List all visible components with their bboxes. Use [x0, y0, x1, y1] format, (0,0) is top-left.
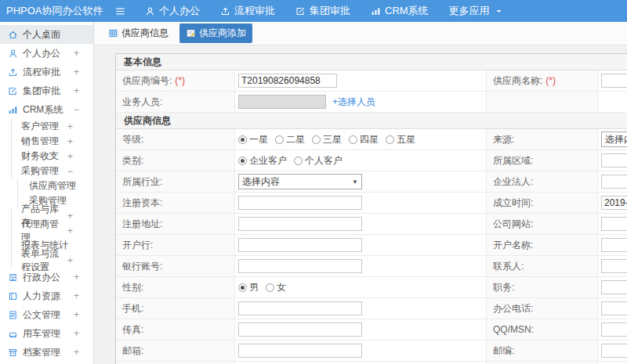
radio-icon[interactable]: [386, 135, 394, 144]
radio-label: 四星: [360, 133, 379, 146]
sidebar-item-3[interactable]: 集团审批+: [0, 81, 93, 100]
radio-icon[interactable]: [275, 135, 284, 144]
radio-option[interactable]: 女: [266, 281, 286, 294]
expand-plus-icon[interactable]: +: [74, 48, 79, 59]
collapse-minus-icon[interactable]: −: [67, 166, 73, 177]
book-icon: [8, 291, 18, 301]
collapse-minus-icon[interactable]: −: [74, 104, 79, 115]
sidebar-item-12[interactable]: 代理商管理+: [11, 223, 93, 238]
text-input[interactable]: [601, 323, 627, 337]
text-input[interactable]: [601, 301, 627, 315]
field-cell: [598, 256, 627, 276]
radio-option[interactable]: 五星: [386, 133, 415, 146]
sidebar-item-0[interactable]: 个人桌面: [0, 25, 93, 44]
radio-icon[interactable]: [294, 157, 303, 165]
field-cell: 选择内容▼: [598, 129, 627, 150]
select-box[interactable]: 选择内容▼: [238, 174, 362, 189]
text-input[interactable]: [238, 323, 362, 337]
radio-option[interactable]: 企业客户: [238, 154, 287, 168]
expand-plus-icon[interactable]: +: [74, 347, 79, 358]
expand-plus-icon[interactable]: +: [74, 67, 79, 77]
topnav-item-2[interactable]: 集团审批: [295, 4, 350, 18]
sidebar-item-6[interactable]: 销售管理+: [11, 134, 93, 149]
text-input[interactable]: [601, 196, 627, 210]
expand-plus-icon[interactable]: +: [67, 255, 73, 266]
sidebar-item-19[interactable]: 档案管理+: [0, 343, 93, 362]
radio-option[interactable]: 一星: [238, 133, 268, 146]
field-cell: [598, 298, 627, 319]
topnav-item-3[interactable]: CRM系统: [371, 4, 429, 18]
form-row: 业务人员:+选择人员: [116, 92, 627, 113]
radio-option[interactable]: 二星: [275, 133, 305, 146]
text-input[interactable]: [601, 217, 627, 231]
field-label: 业务人员:: [122, 96, 162, 109]
sidebar-item-7[interactable]: 财务收支+: [11, 149, 93, 164]
radio-icon[interactable]: [266, 283, 274, 292]
text-input[interactable]: [601, 175, 627, 189]
tab-0[interactable]: 供应商信息: [102, 23, 175, 43]
sidebar-item-17[interactable]: 公文管理+: [0, 305, 93, 324]
sidebar-item-2[interactable]: 流程审批+: [0, 63, 93, 81]
text-input[interactable]: [238, 301, 362, 315]
text-input[interactable]: [238, 259, 362, 273]
sidebar-item-8[interactable]: 采购管理−: [11, 164, 93, 178]
choose-person-link[interactable]: +选择人员: [332, 96, 375, 109]
text-input[interactable]: [238, 344, 362, 358]
expand-plus-icon[interactable]: +: [74, 272, 79, 283]
text-input[interactable]: [601, 153, 627, 168]
radio-selected-icon[interactable]: [238, 135, 247, 144]
field-label: 邮编:: [493, 344, 514, 358]
radio-option[interactable]: 个人客户: [294, 154, 342, 168]
radio-option[interactable]: 三星: [312, 133, 342, 146]
text-input[interactable]: [601, 259, 627, 273]
radio-icon[interactable]: [349, 135, 357, 144]
sidebar-item-18[interactable]: 用车管理+: [0, 324, 93, 343]
radio-option[interactable]: 四星: [349, 133, 379, 146]
radio-option[interactable]: 男: [238, 281, 259, 294]
sidebar-item-1[interactable]: 个人办公+: [0, 44, 93, 63]
text-input[interactable]: [238, 74, 337, 88]
person-picker-input[interactable]: [238, 95, 326, 109]
radio-icon[interactable]: [312, 135, 321, 144]
expand-plus-icon[interactable]: +: [67, 121, 73, 132]
sidebar-item-5[interactable]: 客户管理+: [11, 119, 93, 134]
expand-plus-icon[interactable]: +: [67, 136, 73, 147]
field-label-cell: 联系人:: [486, 256, 598, 276]
expand-plus-icon[interactable]: +: [67, 211, 73, 222]
text-input[interactable]: [601, 344, 627, 358]
form-row: 传真:QQ/MSN:: [116, 319, 627, 341]
radio-selected-icon[interactable]: [238, 283, 247, 292]
tab-1[interactable]: 供应商添加: [179, 23, 252, 43]
field-cell: +选择人员: [235, 92, 486, 112]
expand-plus-icon[interactable]: +: [74, 309, 79, 320]
text-input[interactable]: [238, 196, 362, 210]
expand-plus-icon[interactable]: +: [67, 225, 73, 236]
sidebar-item-14[interactable]: 表单与流程设置+: [11, 253, 93, 268]
field-label: 所属行业:: [122, 175, 162, 189]
text-input[interactable]: [601, 280, 627, 294]
field-cell: [598, 171, 627, 192]
sidebar-item-9[interactable]: 供应商管理: [17, 178, 93, 193]
text-input[interactable]: [238, 238, 362, 252]
topnav-item-1[interactable]: 流程审批: [220, 4, 275, 18]
text-input[interactable]: [601, 238, 627, 252]
section-header: 供应商信息: [116, 113, 627, 129]
field-cell: 一星二星三星四星五星: [235, 129, 486, 150]
radio-selected-icon[interactable]: [238, 157, 247, 165]
field-cell: [598, 277, 627, 297]
text-input[interactable]: [238, 217, 362, 231]
expand-plus-icon[interactable]: +: [74, 328, 79, 339]
sidebar-item-label: 表单与流程设置: [21, 247, 67, 274]
hamburger-menu-button[interactable]: [114, 5, 126, 17]
sidebar-item-16[interactable]: 人力资源+: [0, 287, 93, 305]
hamburger-icon: [114, 5, 126, 17]
expand-plus-icon[interactable]: +: [67, 151, 73, 162]
expand-plus-icon[interactable]: +: [74, 290, 79, 301]
text-input[interactable]: [601, 74, 627, 88]
select-box[interactable]: 选择内容▼: [601, 132, 627, 147]
expand-plus-icon[interactable]: +: [74, 85, 79, 96]
sidebar-item-15[interactable]: 行政办公+: [0, 268, 93, 287]
sidebar-item-4[interactable]: CRM系统−: [0, 100, 93, 119]
topnav-item-0[interactable]: 个人办公: [145, 4, 200, 18]
topnav-item-4[interactable]: 更多应用: [449, 4, 502, 18]
